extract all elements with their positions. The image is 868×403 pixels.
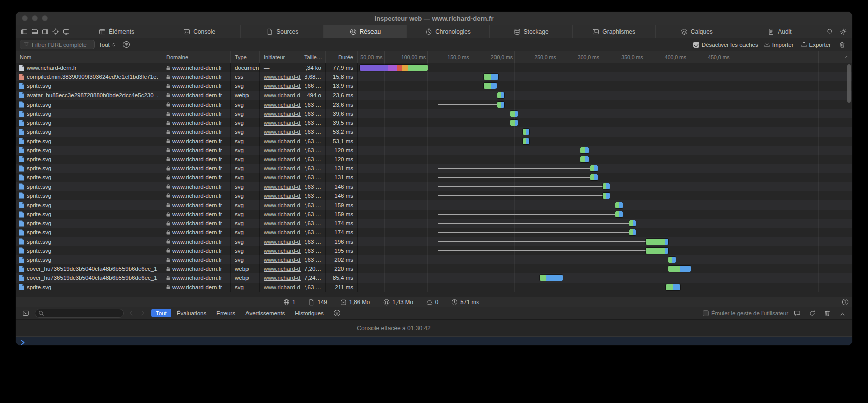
status-page[interactable]: 149 [308, 299, 327, 306]
waterfall-bar[interactable] [484, 74, 498, 80]
network-row[interactable]: sprite.svgwww.richard-dern.frsvgwww.rich… [16, 155, 852, 164]
initiator-link[interactable]: www.richard-d… [264, 102, 301, 108]
status-cloud[interactable]: 0 [426, 299, 438, 306]
network-row[interactable]: sprite.svgwww.richard-dern.frsvgwww.rich… [16, 137, 852, 146]
waterfall-bar[interactable] [615, 211, 623, 217]
waterfall-bar[interactable] [360, 65, 428, 71]
close-button[interactable] [22, 15, 28, 21]
network-row[interactable]: avatar_hu85ecc3e298728880b0bde2dcc4e5c23… [16, 91, 852, 100]
waterfall-bar[interactable] [668, 266, 691, 272]
tab-elements[interactable]: Éléments [75, 25, 158, 38]
initiator-link[interactable]: www.richard-d… [264, 257, 301, 263]
console-tab-0[interactable]: Tout [151, 309, 171, 317]
column-header-domaine[interactable]: Domaine [162, 51, 231, 63]
tab-sources[interactable]: Sources [240, 25, 323, 38]
waterfall-bar[interactable] [484, 83, 496, 89]
disable-caches-checkbox[interactable]: Désactiver les caches [693, 42, 758, 48]
initiator-link[interactable]: www.richard-d… [264, 174, 301, 180]
network-row[interactable]: sprite.svgwww.richard-dern.frsvgwww.rich… [16, 146, 852, 155]
network-row[interactable]: sprite.svgwww.richard-dern.frsvgwww.rich… [16, 173, 852, 182]
waterfall-bar[interactable] [646, 239, 668, 245]
clear-network-trash-icon[interactable] [836, 38, 848, 51]
tab-chronologies[interactable]: Chronologies [406, 25, 489, 38]
network-row[interactable]: sprite.svgwww.richard-dern.frsvgwww.rich… [16, 219, 852, 228]
initiator-link[interactable]: www.richard-d… [264, 165, 301, 171]
network-row[interactable]: sprite.svgwww.richard-dern.frsvgwww.rich… [16, 118, 852, 127]
column-header-type[interactable]: Type [231, 51, 260, 63]
url-filter-input[interactable]: Filtrer l'URL complète [20, 40, 95, 49]
network-row[interactable]: cover_hu736519dc3b5040cfa48b6b559b6de6ec… [16, 273, 852, 282]
device-icon[interactable] [63, 28, 70, 35]
import-button[interactable]: Importer [762, 41, 795, 48]
initiator-link[interactable]: www.richard-d… [264, 129, 301, 135]
console-trash-icon[interactable] [821, 307, 833, 319]
initiator-link[interactable]: www.richard-d… [264, 138, 301, 144]
initiator-link[interactable]: www.richard-d… [264, 211, 301, 217]
network-row[interactable]: sprite.svgwww.richard-dern.frsvgwww.rich… [16, 237, 852, 246]
initiator-link[interactable]: www.richard-d… [264, 239, 301, 245]
waterfall-bar[interactable] [580, 147, 588, 153]
tab-stockage[interactable]: Stockage [489, 25, 572, 38]
tab-graphismes[interactable]: Graphismes [572, 25, 655, 38]
waterfall-bar[interactable] [510, 111, 518, 117]
network-row[interactable]: sprite.svgwww.richard-dern.frsvgwww.rich… [16, 81, 852, 90]
initiator-link[interactable]: www.richard-d… [264, 83, 301, 89]
waterfall-bar[interactable] [646, 248, 668, 254]
panel-bottom-icon[interactable] [31, 28, 38, 35]
network-row[interactable]: sprite.svgwww.richard-dern.frsvgwww.rich… [16, 255, 852, 264]
network-row[interactable]: sprite.svgwww.richard-dern.frsvgwww.rich… [16, 164, 852, 173]
initiator-link[interactable]: www.richard-d… [264, 111, 301, 117]
status-box[interactable]: 1,86 Mo [340, 299, 370, 306]
console-tab-2[interactable]: Erreurs [212, 309, 240, 317]
initiator-link[interactable]: www.richard-d… [264, 284, 301, 290]
forward-icon[interactable] [138, 310, 146, 316]
waterfall-bar[interactable] [510, 120, 518, 126]
initiator-link[interactable]: www.richard-d… [264, 229, 301, 235]
network-row[interactable]: sprite.svgwww.richard-dern.frsvgwww.rich… [16, 228, 852, 237]
network-row[interactable]: www.richard-dern.frwww.richard-dern.frdo… [16, 63, 852, 72]
initiator-link[interactable]: www.richard-d… [264, 147, 301, 153]
titlebar[interactable]: Inspecteur web — www.richard-dern.fr [16, 12, 852, 25]
console-refresh-icon[interactable] [806, 307, 818, 319]
waterfall-bar[interactable] [603, 183, 610, 189]
export-button[interactable]: Exporter [799, 41, 832, 48]
zoom-button[interactable] [42, 15, 48, 21]
console-tab-4[interactable]: Historiques [290, 309, 328, 317]
status-transfer[interactable]: 1,43 Mo [383, 299, 413, 306]
minimize-button[interactable] [32, 15, 38, 21]
initiator-link[interactable]: www.richard-d… [264, 275, 301, 281]
console-scope-icon[interactable] [20, 307, 32, 319]
initiator-link[interactable]: www.richard-d… [264, 184, 301, 190]
emulate-user-gesture-checkbox[interactable]: Émuler le geste de l'utilisateur [703, 310, 788, 316]
waterfall-bar[interactable] [540, 275, 563, 281]
network-row[interactable]: sprite.svgwww.richard-dern.frsvgwww.rich… [16, 246, 852, 255]
network-row[interactable]: sprite.svgwww.richard-dern.frsvgwww.rich… [16, 182, 852, 191]
initiator-link[interactable]: www.richard-d… [264, 202, 301, 208]
network-row[interactable]: sprite.svgwww.richard-dern.frsvgwww.rich… [16, 210, 852, 219]
initiator-link[interactable]: www.richard-d… [264, 193, 301, 199]
initiator-link[interactable]: www.richard-d… [264, 248, 301, 254]
waterfall-bar[interactable] [668, 257, 676, 263]
waterfall-bar[interactable] [580, 156, 588, 162]
resource-type-dropdown[interactable]: Tout [99, 42, 116, 48]
chevron-up-icon[interactable] [844, 54, 850, 60]
waterfall-bar[interactable] [629, 229, 636, 235]
network-row[interactable]: sprite.svgwww.richard-dern.frsvgwww.rich… [16, 100, 852, 109]
waterfall-bar[interactable] [523, 138, 530, 144]
waterfall-bar[interactable] [497, 92, 504, 98]
tab-calques[interactable]: Calques [655, 25, 738, 38]
back-icon[interactable] [127, 310, 135, 316]
initiator-link[interactable]: www.richard-d… [264, 92, 301, 98]
console-messages-bubble-icon[interactable] [791, 307, 803, 319]
waterfall-bar[interactable] [590, 165, 598, 171]
scrollbar-thumb[interactable] [847, 64, 851, 103]
console-tab-1[interactable]: Évaluations [172, 309, 211, 317]
network-row[interactable]: sprite.svgwww.richard-dern.frsvgwww.rich… [16, 200, 852, 210]
panel-right-icon[interactable] [42, 28, 49, 35]
tab-audit[interactable]: Audit [738, 25, 821, 38]
status-globe[interactable]: 1 [283, 299, 295, 306]
waterfall-bar[interactable] [666, 284, 680, 290]
network-row[interactable]: sprite.svgwww.richard-dern.frsvgwww.rich… [16, 127, 852, 136]
initiator-link[interactable]: www.richard-d… [264, 220, 301, 226]
column-header-taille[interactable]: Taille… [305, 51, 326, 63]
